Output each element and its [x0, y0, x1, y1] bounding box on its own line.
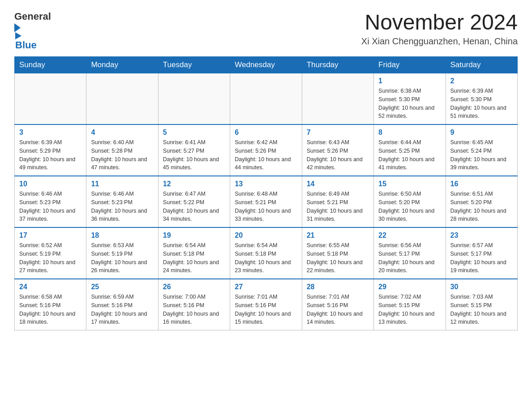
calendar-cell: 4Sunrise: 6:40 AMSunset: 5:28 PMDaylight… [86, 124, 158, 176]
calendar-cell: 10Sunrise: 6:46 AMSunset: 5:23 PMDayligh… [15, 176, 86, 227]
month-year-title: November 2024 [361, 11, 518, 34]
day-info: Sunrise: 6:54 AMSunset: 5:18 PMDaylight:… [235, 241, 297, 275]
calendar-cell: 9Sunrise: 6:45 AMSunset: 5:24 PMDaylight… [446, 124, 517, 176]
day-number: 24 [19, 283, 82, 291]
day-info: Sunrise: 6:54 AMSunset: 5:18 PMDaylight:… [163, 241, 225, 275]
day-number: 20 [235, 231, 297, 240]
logo-arrow-icon [14, 23, 21, 32]
calendar-cell: 5Sunrise: 6:41 AMSunset: 5:27 PMDaylight… [158, 124, 230, 176]
calendar-table: SundayMondayTuesdayWednesdayThursdayFrid… [14, 56, 518, 330]
day-info: Sunrise: 6:38 AMSunset: 5:30 PMDaylight:… [378, 87, 441, 120]
calendar-header-tuesday: Tuesday [158, 57, 230, 73]
calendar-cell [158, 73, 230, 125]
location-text: Xi Xian Chengguanzhen, Henan, China [361, 36, 518, 47]
calendar-header-saturday: Saturday [446, 57, 517, 73]
logo-blue-text: Blue [15, 39, 37, 51]
calendar-cell: 28Sunrise: 7:01 AMSunset: 5:16 PMDayligh… [302, 279, 373, 330]
calendar-cell [15, 73, 86, 125]
calendar-cell: 15Sunrise: 6:50 AMSunset: 5:20 PMDayligh… [374, 176, 446, 227]
day-info: Sunrise: 7:01 AMSunset: 5:16 PMDaylight:… [235, 293, 297, 326]
day-info: Sunrise: 6:47 AMSunset: 5:22 PMDaylight:… [163, 190, 225, 223]
calendar-cell: 24Sunrise: 6:58 AMSunset: 5:16 PMDayligh… [15, 279, 86, 330]
calendar-cell [86, 73, 158, 125]
calendar-cell [230, 73, 302, 125]
day-number: 17 [19, 231, 82, 240]
logo: General Blue [14, 11, 51, 51]
day-number: 25 [91, 283, 153, 291]
calendar-week-row: 24Sunrise: 6:58 AMSunset: 5:16 PMDayligh… [15, 279, 518, 330]
calendar-cell: 7Sunrise: 6:43 AMSunset: 5:26 PMDaylight… [302, 124, 373, 176]
calendar-header-sunday: Sunday [15, 57, 86, 73]
day-info: Sunrise: 7:02 AMSunset: 5:15 PMDaylight:… [378, 293, 441, 326]
day-number: 27 [235, 283, 297, 291]
page-header: General Blue November 2024 Xi Xian Cheng… [14, 11, 518, 51]
day-number: 6 [235, 128, 297, 137]
day-number: 26 [163, 283, 225, 291]
calendar-week-row: 10Sunrise: 6:46 AMSunset: 5:23 PMDayligh… [15, 176, 518, 227]
calendar-cell: 19Sunrise: 6:54 AMSunset: 5:18 PMDayligh… [158, 227, 230, 279]
day-info: Sunrise: 6:52 AMSunset: 5:19 PMDaylight:… [19, 241, 82, 275]
calendar-week-row: 1Sunrise: 6:38 AMSunset: 5:30 PMDaylight… [15, 73, 518, 125]
day-info: Sunrise: 7:03 AMSunset: 5:15 PMDaylight:… [450, 293, 513, 326]
calendar-cell: 22Sunrise: 6:56 AMSunset: 5:17 PMDayligh… [374, 227, 446, 279]
day-number: 14 [307, 180, 369, 188]
calendar-cell: 12Sunrise: 6:47 AMSunset: 5:22 PMDayligh… [158, 176, 230, 227]
day-number: 8 [378, 128, 441, 137]
calendar-cell: 25Sunrise: 6:59 AMSunset: 5:16 PMDayligh… [86, 279, 158, 330]
calendar-cell: 1Sunrise: 6:38 AMSunset: 5:30 PMDaylight… [374, 73, 446, 125]
day-info: Sunrise: 6:46 AMSunset: 5:23 PMDaylight:… [91, 190, 153, 223]
day-number: 16 [450, 180, 513, 188]
day-info: Sunrise: 6:51 AMSunset: 5:20 PMDaylight:… [450, 190, 513, 223]
day-info: Sunrise: 6:57 AMSunset: 5:17 PMDaylight:… [450, 241, 513, 275]
day-number: 21 [307, 231, 369, 240]
calendar-cell: 18Sunrise: 6:53 AMSunset: 5:19 PMDayligh… [86, 227, 158, 279]
calendar-cell: 20Sunrise: 6:54 AMSunset: 5:18 PMDayligh… [230, 227, 302, 279]
day-info: Sunrise: 6:39 AMSunset: 5:29 PMDaylight:… [19, 138, 82, 172]
calendar-cell: 17Sunrise: 6:52 AMSunset: 5:19 PMDayligh… [15, 227, 86, 279]
calendar-week-row: 17Sunrise: 6:52 AMSunset: 5:19 PMDayligh… [15, 227, 518, 279]
day-number: 2 [450, 77, 513, 85]
calendar-cell: 30Sunrise: 7:03 AMSunset: 5:15 PMDayligh… [446, 279, 517, 330]
day-number: 15 [378, 180, 441, 188]
calendar-week-row: 3Sunrise: 6:39 AMSunset: 5:29 PMDaylight… [15, 124, 518, 176]
day-number: 18 [91, 231, 153, 240]
day-info: Sunrise: 6:56 AMSunset: 5:17 PMDaylight:… [378, 241, 441, 275]
day-info: Sunrise: 6:59 AMSunset: 5:16 PMDaylight:… [91, 293, 153, 326]
day-number: 10 [19, 180, 82, 188]
day-number: 13 [235, 180, 297, 188]
calendar-cell: 16Sunrise: 6:51 AMSunset: 5:20 PMDayligh… [446, 176, 517, 227]
day-info: Sunrise: 6:41 AMSunset: 5:27 PMDaylight:… [163, 138, 225, 172]
title-block: November 2024 Xi Xian Chengguanzhen, Hen… [361, 11, 518, 47]
calendar-header-friday: Friday [374, 57, 446, 73]
day-number: 11 [91, 180, 153, 188]
day-info: Sunrise: 6:46 AMSunset: 5:23 PMDaylight:… [19, 190, 82, 223]
calendar-cell: 21Sunrise: 6:55 AMSunset: 5:18 PMDayligh… [302, 227, 373, 279]
calendar-header-row: SundayMondayTuesdayWednesdayThursdayFrid… [15, 57, 518, 73]
calendar-header-monday: Monday [86, 57, 158, 73]
day-number: 22 [378, 231, 441, 240]
day-info: Sunrise: 6:39 AMSunset: 5:30 PMDaylight:… [450, 87, 513, 120]
calendar-cell: 8Sunrise: 6:44 AMSunset: 5:25 PMDaylight… [374, 124, 446, 176]
day-number: 19 [163, 231, 225, 240]
calendar-cell [302, 73, 373, 125]
day-info: Sunrise: 7:00 AMSunset: 5:16 PMDaylight:… [163, 293, 225, 326]
day-info: Sunrise: 6:58 AMSunset: 5:16 PMDaylight:… [19, 293, 82, 326]
day-number: 9 [450, 128, 513, 137]
calendar-header-thursday: Thursday [302, 57, 373, 73]
day-number: 12 [163, 180, 225, 188]
calendar-cell: 27Sunrise: 7:01 AMSunset: 5:16 PMDayligh… [230, 279, 302, 330]
day-info: Sunrise: 6:53 AMSunset: 5:19 PMDaylight:… [91, 241, 153, 275]
day-number: 1 [378, 77, 441, 85]
calendar-cell: 3Sunrise: 6:39 AMSunset: 5:29 PMDaylight… [15, 124, 86, 176]
day-number: 23 [450, 231, 513, 240]
calendar-cell: 2Sunrise: 6:39 AMSunset: 5:30 PMDaylight… [446, 73, 517, 125]
day-info: Sunrise: 6:45 AMSunset: 5:24 PMDaylight:… [450, 138, 513, 172]
calendar-cell: 26Sunrise: 7:00 AMSunset: 5:16 PMDayligh… [158, 279, 230, 330]
day-number: 7 [307, 128, 369, 137]
day-number: 3 [19, 128, 82, 137]
day-info: Sunrise: 6:43 AMSunset: 5:26 PMDaylight:… [307, 138, 369, 172]
calendar-cell: 6Sunrise: 6:42 AMSunset: 5:26 PMDaylight… [230, 124, 302, 176]
day-info: Sunrise: 6:42 AMSunset: 5:26 PMDaylight:… [235, 138, 297, 172]
calendar-cell: 13Sunrise: 6:48 AMSunset: 5:21 PMDayligh… [230, 176, 302, 227]
day-info: Sunrise: 6:49 AMSunset: 5:21 PMDaylight:… [307, 190, 369, 223]
